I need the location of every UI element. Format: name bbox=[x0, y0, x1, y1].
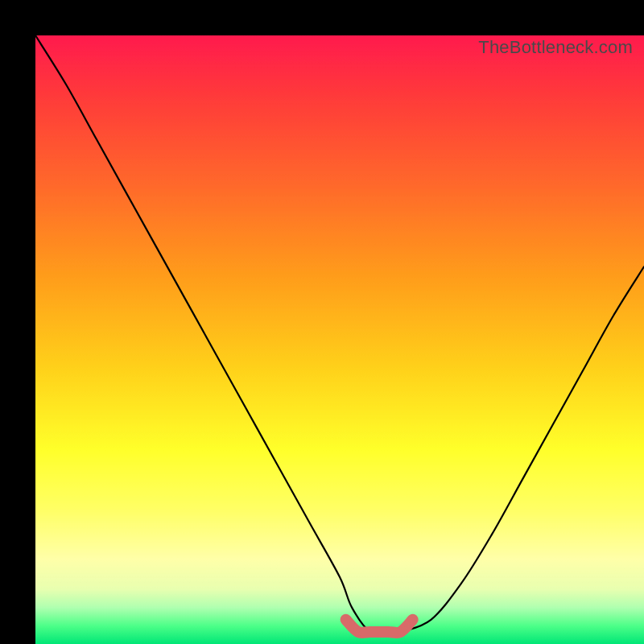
plot-area: TheBottleneck.com bbox=[35, 35, 644, 644]
chart-frame: TheBottleneck.com bbox=[0, 0, 644, 644]
tolerance-band bbox=[346, 620, 413, 633]
bottleneck-curve bbox=[35, 35, 644, 634]
chart-svg bbox=[35, 35, 644, 644]
watermark-text: TheBottleneck.com bbox=[478, 37, 633, 58]
